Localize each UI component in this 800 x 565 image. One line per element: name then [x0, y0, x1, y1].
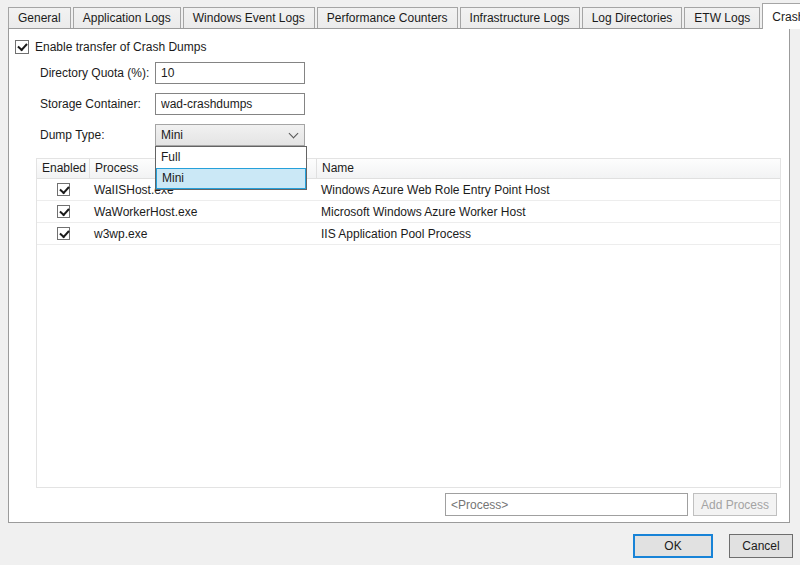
process-enabled-checkbox[interactable] [57, 205, 70, 218]
dialog: { "tabs": [ { "label": "General", "activ… [0, 0, 800, 565]
enable-transfer-checkbox[interactable] [15, 40, 29, 54]
process-cell: WaWorkerHost.exe [89, 205, 316, 219]
dropdown-option-full[interactable]: Full [156, 147, 306, 168]
process-cell: w3wp.exe [89, 227, 316, 241]
crash-dumps-tab-panel: Enable transfer of Crash Dumps Directory… [8, 28, 790, 523]
column-header-name[interactable]: Name [316, 159, 780, 178]
storage-container-input[interactable] [155, 93, 305, 115]
dump-type-label: Dump Type: [40, 124, 104, 146]
tab-general[interactable]: General [8, 7, 71, 28]
enable-transfer-row: Enable transfer of Crash Dumps [15, 40, 206, 54]
dump-type-dropdown: Full Mini [155, 146, 307, 190]
process-enabled-checkbox[interactable] [57, 227, 70, 240]
process-enabled-checkbox[interactable] [57, 183, 70, 196]
dump-type-combobox[interactable]: Mini [155, 124, 305, 146]
new-process-input[interactable] [445, 493, 688, 516]
dropdown-option-mini[interactable]: Mini [156, 168, 306, 189]
directory-quota-input[interactable] [155, 62, 305, 84]
tab-bar: General Application Logs Windows Event L… [8, 3, 800, 29]
tab-windows-event-logs[interactable]: Windows Event Logs [183, 7, 315, 28]
tab-log-directories[interactable]: Log Directories [582, 7, 683, 28]
tab-crash-dumps[interactable]: Crash Dumps [762, 3, 800, 29]
column-header-enabled[interactable]: Enabled [37, 159, 89, 178]
process-table: Enabled Process Name WaIISHost.exe Windo… [36, 158, 781, 488]
ok-button[interactable]: OK [633, 534, 713, 558]
table-row[interactable]: w3wp.exe IIS Application Pool Process [37, 223, 780, 245]
tab-infrastructure-logs[interactable]: Infrastructure Logs [460, 7, 580, 28]
process-table-header: Enabled Process Name [37, 159, 780, 179]
chevron-down-icon [289, 129, 299, 139]
name-cell: IIS Application Pool Process [316, 227, 780, 241]
tab-application-logs[interactable]: Application Logs [73, 7, 181, 28]
name-cell: Microsoft Windows Azure Worker Host [316, 205, 780, 219]
storage-container-label: Storage Container: [40, 93, 141, 115]
add-process-button[interactable]: Add Process [693, 493, 777, 516]
tab-etw-logs[interactable]: ETW Logs [684, 7, 760, 28]
name-cell: Windows Azure Web Role Entry Point Host [316, 183, 780, 197]
table-row[interactable]: WaWorkerHost.exe Microsoft Windows Azure… [37, 201, 780, 223]
cancel-button[interactable]: Cancel [729, 534, 793, 558]
directory-quota-label: Directory Quota (%): [40, 62, 149, 84]
enable-transfer-label: Enable transfer of Crash Dumps [35, 40, 206, 54]
dump-type-value: Mini [161, 128, 183, 142]
tab-performance-counters[interactable]: Performance Counters [317, 7, 458, 28]
table-row[interactable]: WaIISHost.exe Windows Azure Web Role Ent… [37, 179, 780, 201]
